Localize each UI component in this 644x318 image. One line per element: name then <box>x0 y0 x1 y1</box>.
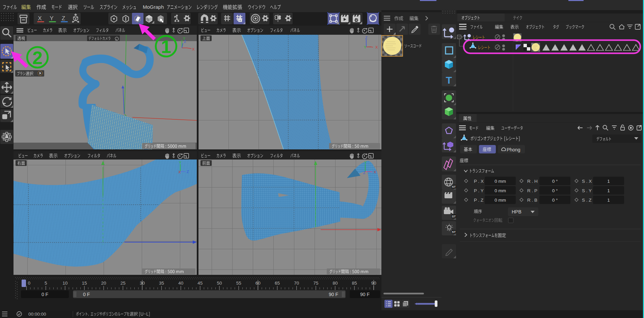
svg-text:X: X <box>375 45 378 49</box>
svg-text:0 F: 0 F <box>42 292 48 297</box>
svg-text:X: X <box>178 170 181 174</box>
svg-text:X: X <box>38 15 42 22</box>
svg-text:Y: Y <box>179 161 182 165</box>
svg-text:0 °: 0 ° <box>552 198 558 203</box>
svg-text:Z: Z <box>62 15 65 22</box>
svg-text:65: 65 <box>275 281 280 286</box>
svg-text:35: 35 <box>159 281 164 286</box>
svg-text:0 mm: 0 mm <box>494 188 506 193</box>
svg-text:0 mm: 0 mm <box>494 198 506 203</box>
svg-text:0 mm: 0 mm <box>494 179 506 184</box>
svg-text:0: 0 <box>28 281 31 286</box>
svg-text:10: 10 <box>62 281 68 286</box>
svg-text:90 F: 90 F <box>360 292 370 297</box>
svg-text:75: 75 <box>313 281 318 286</box>
svg-text:50: 50 <box>217 281 222 286</box>
svg-text:20: 20 <box>101 281 106 286</box>
svg-text:25: 25 <box>120 281 126 286</box>
svg-text:S . X: S . X <box>582 179 592 184</box>
svg-text:ST: ST <box>452 215 456 218</box>
svg-text:0 °: 0 ° <box>552 188 558 193</box>
svg-text:70: 70 <box>294 281 299 286</box>
svg-text:Z: Z <box>365 36 368 40</box>
svg-text:1: 1 <box>607 179 610 184</box>
svg-text:S . Z: S . Z <box>582 198 592 203</box>
svg-text:55: 55 <box>236 281 241 286</box>
svg-text:0 F: 0 F <box>83 292 90 297</box>
svg-text:Phong: Phong <box>507 147 520 152</box>
svg-text:X: X <box>374 170 376 174</box>
svg-text:0 °: 0 ° <box>552 179 558 184</box>
svg-text:MoGraph: MoGraph <box>143 4 164 10</box>
svg-text:HPB: HPB <box>512 209 521 214</box>
svg-text:45: 45 <box>197 281 203 286</box>
svg-text:Z: Z <box>363 171 366 175</box>
svg-text:1: 1 <box>607 188 610 193</box>
svg-text:Z: Z <box>187 170 189 174</box>
svg-text:90: 90 <box>371 281 376 286</box>
svg-text:ST: ST <box>452 230 456 234</box>
svg-text:1: 1 <box>161 36 171 57</box>
svg-text:Y: Y <box>50 15 53 22</box>
svg-text:P . Y: P . Y <box>474 188 484 193</box>
svg-text:5: 5 <box>45 281 47 286</box>
svg-text:Z: Z <box>184 39 186 44</box>
svg-text:15: 15 <box>82 281 87 286</box>
svg-text:R . H: R . H <box>527 179 538 184</box>
svg-text:R . P: R . P <box>527 188 537 193</box>
svg-text:P . Z: P . Z <box>474 198 483 203</box>
svg-text:T: T <box>446 75 452 86</box>
svg-text:2: 2 <box>32 48 43 68</box>
svg-text:S . Y: S . Y <box>582 188 592 193</box>
svg-text:90 F: 90 F <box>329 292 338 297</box>
svg-text:Y: Y <box>364 45 367 49</box>
svg-text:85: 85 <box>352 281 357 286</box>
svg-text:60: 60 <box>256 281 261 286</box>
svg-text:ST: ST <box>452 185 456 189</box>
svg-text:1: 1 <box>607 198 610 203</box>
svg-text:40: 40 <box>178 281 183 286</box>
svg-text:P . X: P . X <box>474 179 484 184</box>
svg-text:X: X <box>192 47 195 51</box>
svg-text:80: 80 <box>332 281 338 286</box>
svg-text:00:00:00: 00:00:00 <box>28 312 46 317</box>
svg-text:R . B: R . B <box>527 198 537 203</box>
svg-text:30: 30 <box>140 281 145 286</box>
svg-text:Y: Y <box>364 161 367 165</box>
